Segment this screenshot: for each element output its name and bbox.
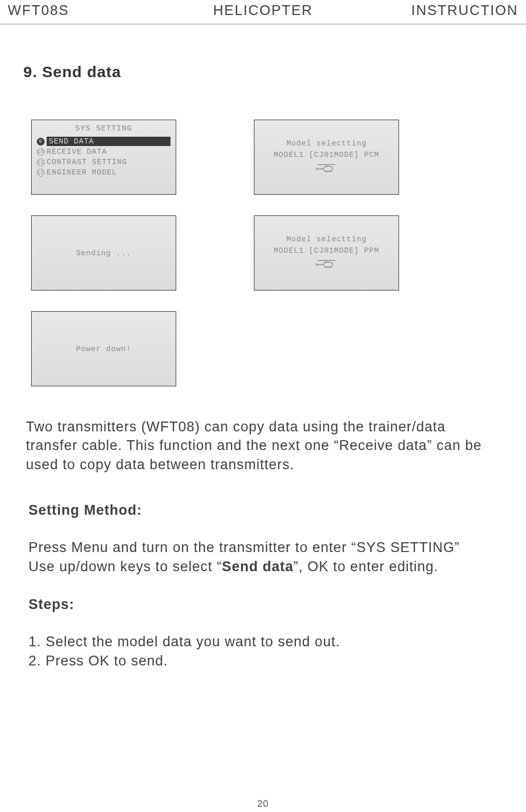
method-line-1: Press Menu and turn on the transmitter t…: [29, 540, 460, 555]
menu-label: ENGINEER MODEL: [47, 168, 117, 177]
helicopter-icon: [316, 258, 337, 271]
menu-label: CONTRAST SETTING: [47, 158, 127, 166]
method-line-2-suffix: ”, OK to enter editing.: [293, 559, 438, 574]
lcd-line: Sending ...: [76, 249, 132, 257]
lcd-title: SYS SETTING: [37, 124, 170, 133]
menu-row: 9 SEND DATA: [37, 136, 170, 147]
empty-cell: [254, 311, 399, 386]
step-2: 2. Press OK to send.: [29, 651, 497, 670]
header-left: WFT08S: [8, 3, 178, 19]
lcd-sending: Sending ...: [31, 215, 176, 291]
step-1: 1. Select the model data you want to sen…: [29, 632, 497, 651]
svg-point-8: [323, 262, 333, 267]
lcd-sys-setting: SYS SETTING 9 SEND DATA 10 RECEIVE DATA …: [31, 120, 176, 195]
lcd-line: Power down!: [76, 345, 132, 353]
lcd-model-select-pcm: Model selectting MODEL1 [CJ01MODE] PCM: [254, 120, 399, 195]
page-header: WFT08S HELICOPTER INSTRUCTION: [0, 0, 526, 24]
steps-title: Steps:: [29, 597, 497, 613]
section-title: 9. Send data: [23, 63, 526, 81]
helicopter-icon: [316, 162, 337, 176]
lcd-title: Model selectting: [286, 235, 366, 243]
menu-row: 10 RECEIVE DATA: [37, 147, 170, 157]
menu-row: 12 ENGINEER MODEL: [37, 167, 170, 178]
svg-point-2: [323, 166, 333, 171]
lcd-line: MODEL1 [CJ01MODE] PPM: [274, 247, 379, 255]
menu-label: RECEIVE DATA: [47, 148, 107, 156]
lcd-line: MODEL1 [CJ01MODE] PCM: [274, 151, 379, 159]
menu-index: 10: [37, 148, 45, 156]
menu-label: SEND DATA: [47, 137, 170, 146]
method-line-2-prefix: Use up/down keys to select “: [29, 559, 222, 574]
screens-grid: SYS SETTING 9 SEND DATA 10 RECEIVE DATA …: [31, 120, 526, 386]
setting-method-title: Setting Method:: [29, 502, 497, 518]
menu-index: 11: [37, 158, 45, 166]
method-line-2-bold: Send data: [222, 559, 293, 574]
steps-list: 1. Select the model data you want to sen…: [29, 632, 497, 670]
header-center: HELICOPTER: [178, 3, 348, 19]
menu-index: 12: [37, 169, 45, 177]
lcd-power-down: Power down!: [31, 311, 176, 386]
menu-index: 9: [37, 138, 45, 146]
page-number: 20: [257, 799, 268, 809]
menu-row: 11 CONTRAST SETTING: [37, 157, 170, 167]
setting-method-text: Press Menu and turn on the transmitter t…: [29, 538, 497, 576]
lcd-model-select-ppm: Model selectting MODEL1 [CJ01MODE] PPM: [254, 215, 399, 291]
header-right: INSTRUCTION: [348, 3, 518, 19]
intro-paragraph: Two transmitters (WFT08) can copy data u…: [26, 417, 500, 474]
lcd-title: Model selectting: [286, 139, 366, 148]
